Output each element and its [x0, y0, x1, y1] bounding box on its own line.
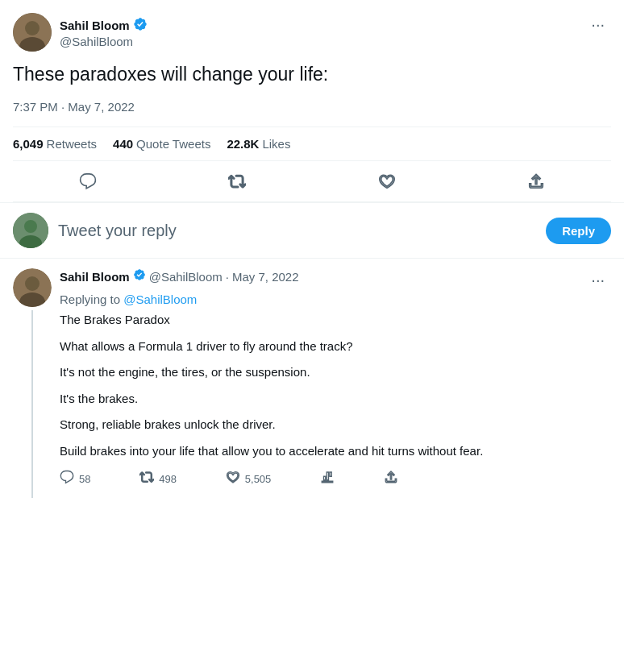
- likes-stat[interactable]: 22.8K Likes: [227, 137, 290, 151]
- thread-retweet-count: 498: [159, 473, 177, 485]
- thread-user-row: Sahil Bloom @SahilBloom · May 7, 2022: [60, 268, 299, 284]
- tweet-author-info: Sahil Bloom @SahilBloom: [13, 13, 148, 52]
- svg-point-1: [25, 21, 40, 35]
- thread-connector-line: [31, 310, 33, 498]
- quote-tweet-stat[interactable]: 440 Quote Tweets: [113, 137, 210, 151]
- thread-like-button[interactable]: 5,505: [226, 470, 272, 488]
- reply-button[interactable]: Reply: [546, 218, 611, 244]
- thread-para-2: What allows a Formula 1 driver to fly ar…: [60, 338, 611, 356]
- action-bar: [13, 161, 611, 202]
- thread-verified-badge: [133, 268, 146, 284]
- retweet-count: 6,049: [13, 137, 44, 151]
- replying-to-label: Replying to @SahilBloom: [60, 292, 611, 306]
- thread-reply-header: Sahil Bloom @SahilBloom · May 7, 2022 ··…: [60, 268, 611, 291]
- thread-retweet-icon: [139, 470, 154, 488]
- avatar[interactable]: [13, 13, 52, 52]
- thread-share-icon: [384, 470, 398, 488]
- replying-to-link[interactable]: @SahilBloom: [123, 292, 197, 306]
- share-button[interactable]: [514, 164, 558, 198]
- thread-para-6: Build brakes into your life that allow y…: [60, 442, 611, 461]
- verified-badge: [133, 17, 148, 35]
- thread-share-button[interactable]: [384, 470, 398, 488]
- main-tweet: Sahil Bloom @SahilBloom ··· These parado…: [0, 0, 624, 203]
- more-options-button[interactable]: ···: [584, 13, 611, 35]
- thread-retweet-button[interactable]: 498: [139, 470, 177, 488]
- reply-input[interactable]: Tweet your reply: [58, 222, 536, 240]
- thread-reply: Sahil Bloom @SahilBloom · May 7, 2022 ··…: [0, 259, 624, 508]
- svg-point-7: [25, 276, 40, 291]
- thread-username: @SahilBloom: [149, 270, 223, 284]
- thread-para-5: Strong, reliable brakes unlock the drive…: [60, 416, 611, 434]
- thread-heart-icon: [226, 470, 240, 488]
- comment-icon: [79, 172, 97, 190]
- thread-para-4: It's the brakes.: [60, 390, 611, 409]
- quote-label: Quote Tweets: [136, 137, 210, 151]
- thread-comment-button[interactable]: 58: [60, 470, 90, 488]
- display-name: Sahil Bloom: [60, 17, 148, 35]
- username: @SahilBloom: [60, 35, 148, 48]
- thread-likes-count: 5,505: [245, 473, 272, 485]
- retweet-icon: [228, 172, 246, 190]
- quote-count: 440: [113, 137, 133, 151]
- thread-reply-content: Sahil Bloom @SahilBloom · May 7, 2022 ··…: [60, 268, 611, 498]
- thread-reply-count: 58: [79, 473, 90, 485]
- retweet-label: Retweets: [47, 137, 98, 151]
- svg-point-4: [24, 220, 37, 233]
- thread-action-bar: 58 498 5,505: [60, 470, 398, 488]
- thread-reply-avatar[interactable]: [13, 268, 52, 307]
- tweet-stats: 6,049 Retweets 440 Quote Tweets 22.8K Li…: [13, 127, 611, 161]
- thread-display-name: Sahil Bloom: [60, 270, 130, 284]
- thread-para-3: It's not the engine, the tires, or the s…: [60, 363, 611, 382]
- reply-avatar: [13, 213, 48, 248]
- thread-comment-icon: [60, 470, 74, 488]
- likes-count: 22.8K: [227, 137, 259, 151]
- tweet-header: Sahil Bloom @SahilBloom ···: [13, 13, 611, 52]
- thread-chart-button[interactable]: [320, 470, 335, 488]
- share-icon: [527, 172, 545, 190]
- retweet-stat[interactable]: 6,049 Retweets: [13, 137, 97, 151]
- heart-icon: [378, 172, 396, 190]
- thread-separator: ·: [226, 270, 229, 284]
- tweet-timestamp[interactable]: 7:37 PM · May 7, 2022: [13, 100, 611, 114]
- thread-para-1: The Brakes Paradox: [60, 311, 611, 330]
- like-button[interactable]: [365, 164, 409, 198]
- avatar-image: [13, 13, 52, 52]
- tweet-text: These paradoxes will change your life:: [13, 61, 611, 87]
- thread-more-options-button[interactable]: ···: [584, 268, 611, 291]
- thread-reply-text: The Brakes Paradox What allows a Formula…: [60, 311, 611, 460]
- thread-chart-icon: [320, 470, 335, 488]
- reply-composer: Tweet your reply Reply: [0, 203, 624, 259]
- user-info: Sahil Bloom @SahilBloom: [60, 17, 148, 48]
- thread-left-column: [13, 268, 52, 498]
- thread-timestamp: May 7, 2022: [232, 270, 299, 284]
- comment-button[interactable]: [66, 164, 110, 198]
- retweet-button[interactable]: [215, 164, 259, 198]
- likes-label: Likes: [262, 137, 290, 151]
